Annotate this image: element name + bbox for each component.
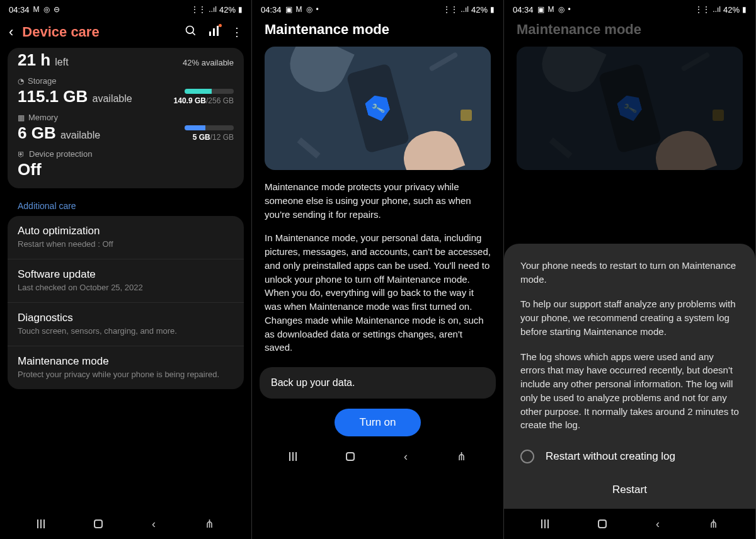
memory-fraction: 5 GB/12 GB [193,133,234,142]
page-title: Maintenance mode [252,19,503,47]
restart-without-log-option[interactable]: Restart without creating log [520,443,739,475]
battery-available: 42% available [183,58,234,67]
page-title: Device care [22,24,176,40]
storage-fraction: 140.9 GB/256 GB [174,96,234,105]
additional-care-list: Auto optimization Restart when needed : … [8,216,244,389]
home-icon[interactable] [598,519,607,528]
additional-care-header: Additional care [8,196,244,216]
battery-card[interactable]: 21 h left 42% available ◔ Storage 115.1 … [8,48,244,188]
status-bar: 04:34 ▣ M ◎ • ⋮⋮ ..ıl 42% ▮ [252,0,503,19]
auto-optimization-item[interactable]: Auto optimization Restart when needed : … [8,216,244,259]
svg-rect-2 [209,31,211,36]
signal-icon: ..ıl [461,5,469,14]
screen-restart-dialog: 04:34 ▣ M ◎ • ⋮⋮ ..ıl 42% ▮ Maintenance … [504,0,756,539]
gmail-icon: M [33,5,40,14]
wifi-icon: ⋮⋮ [191,5,206,14]
svg-point-0 [186,26,194,33]
home-icon[interactable] [94,519,103,528]
restart-dialog: Your phone needs to restart to turn on M… [504,244,755,509]
restart-button[interactable]: Restart [520,475,739,500]
battery-icon: ▮ [490,5,495,14]
protection-value: Off [18,160,234,179]
back-nav-icon[interactable]: ‹ [656,518,660,531]
storage-bar [185,89,234,94]
memory-bar [185,125,234,130]
dialog-text-3: The log shows which apps were used and a… [520,350,739,433]
back-nav-icon[interactable]: ‹ [404,450,408,463]
shield-icon: ⛨ [18,150,25,159]
home-icon[interactable] [346,452,355,461]
status-bar: 04:34 ▣ M ◎ • ⋮⋮ ..ıl 42% ▮ [504,0,755,19]
instagram-icon: ◎ [43,5,50,14]
wifi-icon: ⋮⋮ [695,5,710,14]
battery-percent: 42% [723,5,740,14]
app-bar: ‹ Device care ⋮ [0,19,251,48]
memory-value: 6 GB available [18,123,100,143]
accessibility-icon[interactable]: ⋔ [205,517,214,531]
gmail-icon: M [296,5,302,14]
more-notif-icon: • [316,5,319,14]
recents-icon[interactable] [37,519,45,528]
backup-data-row[interactable]: Back up your data. [260,367,496,399]
storage-value: 115.1 GB available [18,87,132,106]
maintenance-illustration-dimmed: 🔧 [517,47,743,170]
gallery-icon: ▣ [537,5,544,14]
back-icon[interactable]: ‹ [9,24,13,40]
more-notif-icon: • [568,5,571,14]
svg-rect-4 [217,26,219,36]
signal-icon: ..ıl [713,5,721,14]
battery-icon: ▮ [238,5,243,14]
battery-percent: 42% [471,5,488,14]
accessibility-icon[interactable]: ⋔ [709,517,718,531]
battery-icon: ▮ [742,5,747,14]
protection-label: ⛨ Device protection [18,149,234,159]
recents-icon[interactable] [289,452,297,461]
chart-icon[interactable] [209,25,220,40]
storage-icon: ◔ [18,77,24,86]
status-bar: 04:34 M ◎ ⊖ ⋮⋮ ..ıl 42% ▮ [0,0,251,19]
nav-bar: ‹ ⋔ [252,441,503,472]
svg-rect-3 [213,28,215,36]
dialog-text-1: Your phone needs to restart to turn on M… [520,259,739,287]
signal-icon: ..ıl [209,5,217,14]
nav-bar: ‹ ⋔ [504,509,755,539]
status-time: 04:34 [513,5,534,14]
radio-icon [520,450,534,463]
maintenance-illustration: 🔧 [265,47,491,170]
description-text: Maintenance mode protects your privacy w… [252,180,503,365]
gmail-icon: M [548,5,554,14]
search-icon[interactable] [185,25,197,40]
shield-wrench-icon: 🔧 [364,93,392,124]
gallery-icon: ▣ [285,5,292,14]
dnd-icon: ⊖ [54,5,60,14]
nav-bar: ‹ ⋔ [0,509,251,539]
svg-line-1 [193,32,195,35]
memory-icon: ▦ [18,113,25,122]
screen-device-care: 04:34 M ◎ ⊖ ⋮⋮ ..ıl 42% ▮ ‹ Device care … [0,0,252,539]
recents-icon[interactable] [541,519,549,528]
page-title-dimmed: Maintenance mode [504,19,755,47]
status-time: 04:34 [261,5,282,14]
software-update-item[interactable]: Software update Last checked on October … [8,259,244,302]
status-time: 04:34 [9,5,30,14]
instagram-icon: ◎ [558,5,564,14]
screen-maintenance-info: 04:34 ▣ M ◎ • ⋮⋮ ..ıl 42% ▮ Maintenance … [252,0,504,539]
accessibility-icon[interactable]: ⋔ [457,450,466,463]
battery-time: 21 h left [18,50,69,70]
turn-on-button[interactable]: Turn on [335,409,421,436]
back-nav-icon[interactable]: ‹ [152,518,156,531]
battery-percent: 42% [219,5,236,14]
memory-label: ▦ Memory [18,113,234,122]
maintenance-mode-item[interactable]: Maintenance mode Protect your privacy wh… [8,346,244,389]
wifi-icon: ⋮⋮ [443,5,458,14]
diagnostics-item[interactable]: Diagnostics Touch screen, sensors, charg… [8,302,244,346]
dialog-text-2: To help our support staff analyze any pr… [520,297,739,338]
storage-label: ◔ Storage [18,76,234,86]
instagram-icon: ◎ [306,5,312,14]
more-icon[interactable]: ⋮ [231,25,243,39]
